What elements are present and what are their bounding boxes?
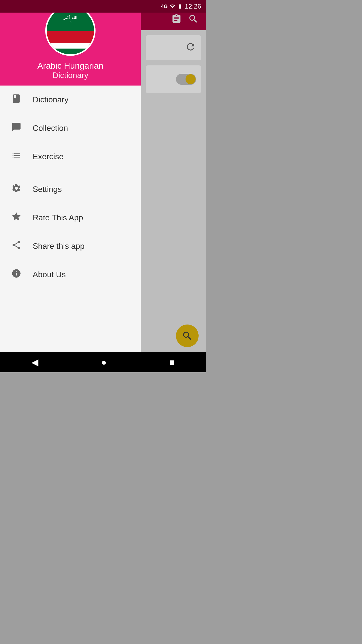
clipboard-icon[interactable] [171,14,182,26]
gear-icon [10,183,23,195]
app-title: Arabic Hungarian Dictionary [37,61,104,80]
share-icon [10,240,23,252]
content-area [141,30,206,352]
drawer-item-dictionary[interactable]: Dictionary [0,86,141,114]
app-title-line2: Dictionary [37,71,104,80]
toggle-switch[interactable] [176,74,196,85]
signal-icon [170,4,175,9]
fab-search-button[interactable] [176,325,199,347]
navigation-drawer: الله أكبر ⚔ Arabic Hungarian Dictionary … [0,0,141,352]
drawer-item-settings[interactable]: Settings [0,175,141,204]
about-label: About Us [33,270,66,279]
drawer-item-share[interactable]: Share this app [0,232,141,260]
rate-icon [10,212,23,224]
book-icon [10,94,23,106]
collection-label: Collection [33,124,68,133]
toggle-knob [186,74,196,84]
drawer-item-collection[interactable]: Collection [0,114,141,142]
reload-card [146,35,201,60]
status-bar: 4G 12:26 [0,0,206,13]
search-icon[interactable] [188,14,199,26]
dictionary-label: Dictionary [33,95,68,104]
drawer-item-about[interactable]: About Us [0,260,141,289]
top-bar-icons [171,14,199,26]
app-title-line1: Arabic Hungarian [37,61,104,71]
rate-label: Rate This App [33,213,83,222]
drawer-item-exercise[interactable]: Exercise [0,142,141,171]
toggle-card [146,65,201,93]
exercise-label: Exercise [33,152,64,161]
drawer-menu: Dictionary Collection Exercise [0,86,141,352]
drawer-item-rate[interactable]: Rate This App [0,204,141,232]
app-flag-logo: الله أكبر ⚔ [45,6,96,56]
back-button[interactable]: ◀ [31,357,38,368]
bottom-navigation: ◀ ● ■ [0,352,206,372]
network-badge: 4G [161,4,168,9]
fab-search-icon [182,330,193,341]
reload-icon[interactable] [185,41,196,55]
list-icon [10,150,23,163]
divider-1 [0,173,141,173]
clock: 12:26 [185,3,201,10]
recent-button[interactable]: ■ [169,357,175,368]
battery-icon [177,4,183,9]
drawer-header: الله أكبر ⚔ Arabic Hungarian Dictionary [0,0,141,86]
home-button[interactable]: ● [101,357,107,368]
share-label: Share this app [33,242,84,251]
settings-label: Settings [33,185,62,194]
status-icons: 4G 12:26 [161,3,201,10]
info-icon [10,268,23,281]
chat-icon [10,122,23,134]
